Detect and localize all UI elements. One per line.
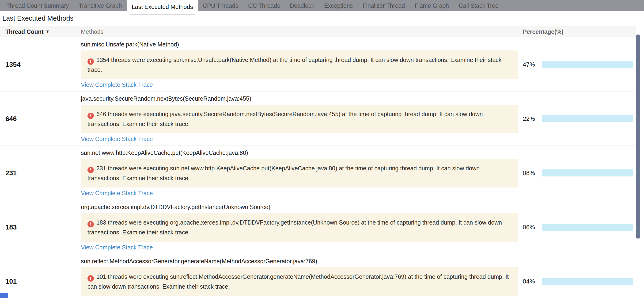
tab-label: Finalizer Thread	[362, 2, 405, 9]
warning-message: 646 threads were executing java.security…	[88, 111, 483, 127]
percentage-bar-track	[542, 224, 633, 231]
table-row: 646 java.security.SecureRandom.nextBytes…	[0, 92, 636, 146]
percentage-bar-track	[542, 115, 633, 122]
tab-label: Call Stack Tree	[459, 2, 498, 9]
percentage-bar-track	[542, 278, 633, 285]
tab-finalizer-thread[interactable]: Finalizer Thread	[358, 0, 410, 11]
method-name: sun.reflect.MethodAccessorGenerator.gene…	[81, 256, 518, 266]
tab-label: Transitive Graph	[79, 2, 122, 9]
warning-message: 183 threads were executing org.apache.xe…	[88, 219, 502, 236]
warning-icon: !	[88, 59, 94, 65]
warning-icon: !	[88, 275, 94, 281]
thread-count-value: 183	[0, 223, 81, 231]
view-complete-stack-trace-link[interactable]: View Complete Stack Trace	[81, 297, 153, 298]
warning-banner: !101 threads were executing sun.reflect.…	[81, 267, 518, 296]
tab-transitive-graph[interactable]: Transitive Graph	[74, 0, 127, 11]
table-row: 231 sun.net.www.http.KeepAliveCache.put(…	[0, 146, 636, 200]
percentage-cell: 08%	[518, 169, 636, 177]
percentage-bar-track	[542, 169, 633, 176]
percentage-value: 06%	[523, 224, 542, 231]
tab-label: CPU Threads	[203, 2, 238, 9]
last-executed-methods-table: Thread Count ▼ Methods Percentage(%) 135…	[0, 26, 636, 298]
thread-count-column-header[interactable]: Thread Count ▼	[0, 28, 81, 35]
view-complete-stack-trace-link[interactable]: View Complete Stack Trace	[81, 243, 153, 252]
thread-count-header-label: Thread Count	[6, 28, 44, 35]
method-cell: sun.reflect.MethodAccessorGenerator.gene…	[81, 256, 518, 298]
tab-cpu-threads[interactable]: CPU Threads	[198, 0, 243, 11]
warning-message: 231 threads were executing sun.net.www.h…	[88, 165, 480, 181]
warning-message: 1354 threads were executing sun.misc.Uns…	[88, 57, 502, 73]
method-cell: sun.misc.Unsafe.park(Native Method) !135…	[81, 40, 518, 89]
warning-banner: !183 threads were executing org.apache.x…	[81, 213, 518, 242]
tab-label: Flame Graph	[415, 2, 449, 9]
percentage-value: 04%	[523, 278, 542, 285]
tab-deadlock[interactable]: Deadlock	[285, 0, 319, 11]
tab-label: GC Threads	[248, 2, 280, 9]
warning-banner: !1354 threads were executing sun.misc.Un…	[81, 51, 518, 79]
method-cell: sun.net.www.http.KeepAliveCache.put(Keep…	[81, 148, 518, 198]
table-header-row: Thread Count ▼ Methods Percentage(%)	[0, 26, 636, 37]
method-name: org.apache.xerces.impl.dv.DTDDVFactory.g…	[81, 202, 518, 212]
page-title: Last Executed Methods	[0, 11, 644, 26]
tab-label: Deadlock	[290, 2, 314, 9]
percentage-cell: 47%	[518, 61, 636, 68]
percentage-value: 47%	[523, 61, 542, 68]
tab-exceptions[interactable]: Exceptions	[319, 0, 358, 11]
method-name: java.security.SecureRandom.nextBytes(Sec…	[81, 94, 518, 103]
view-complete-stack-trace-link[interactable]: View Complete Stack Trace	[81, 134, 153, 144]
tab-label: Exceptions	[324, 2, 353, 9]
percentage-cell: 22%	[518, 115, 636, 123]
warning-icon: !	[88, 113, 94, 119]
methods-column-header: Methods	[81, 28, 518, 35]
table-body: 1354 sun.misc.Unsafe.park(Native Method)…	[0, 37, 636, 298]
warning-icon: !	[88, 167, 94, 173]
percentage-value: 08%	[523, 169, 542, 177]
view-complete-stack-trace-link[interactable]: View Complete Stack Trace	[81, 188, 153, 198]
tab-call-stack-tree[interactable]: Call Stack Tree	[454, 0, 504, 11]
percentage-cell: 06%	[518, 224, 636, 231]
tab-bar: Thread Count Summary Transitive Graph La…	[0, 0, 644, 11]
warning-banner: !646 threads were executing java.securit…	[81, 105, 518, 133]
method-cell: org.apache.xerces.impl.dv.DTDDVFactory.g…	[81, 202, 518, 252]
table-row: 101 sun.reflect.MethodAccessorGenerator.…	[0, 254, 636, 298]
thread-count-value: 101	[0, 277, 81, 285]
chat-widget-button[interactable]	[0, 293, 8, 298]
tab-flame-graph[interactable]: Flame Graph	[410, 0, 454, 11]
main-content: Last Executed Methods Thread Count ▼ Met…	[0, 11, 644, 298]
method-name: sun.net.www.http.KeepAliveCache.put(Keep…	[81, 148, 518, 157]
vertical-scrollbar-thumb[interactable]	[636, 35, 640, 239]
tab-gc-threads[interactable]: GC Threads	[243, 0, 285, 11]
sort-descending-icon[interactable]: ▼	[46, 29, 50, 34]
percentage-bar-track	[542, 61, 633, 68]
thread-count-value: 231	[0, 169, 81, 177]
method-cell: java.security.SecureRandom.nextBytes(Sec…	[81, 94, 518, 144]
thread-count-value: 646	[0, 115, 81, 123]
percentage-column-header: Percentage(%)	[518, 28, 636, 35]
tab-thread-count-summary[interactable]: Thread Count Summary	[2, 0, 74, 11]
thread-count-value: 1354	[0, 61, 81, 69]
warning-message: 101 threads were executing sun.reflect.M…	[88, 273, 509, 290]
view-complete-stack-trace-link[interactable]: View Complete Stack Trace	[81, 80, 153, 89]
warning-icon: !	[88, 221, 94, 227]
tab-label: Thread Count Summary	[6, 2, 69, 9]
table-row: 183 org.apache.xerces.impl.dv.DTDDVFacto…	[0, 200, 636, 254]
percentage-value: 22%	[523, 115, 542, 123]
tab-label: Last Executed Methods	[132, 4, 193, 10]
method-name: sun.misc.Unsafe.park(Native Method)	[81, 40, 518, 49]
percentage-cell: 04%	[518, 278, 636, 285]
warning-banner: !231 threads were executing sun.net.www.…	[81, 159, 518, 187]
tab-last-executed-methods[interactable]: Last Executed Methods	[127, 0, 198, 14]
table-row: 1354 sun.misc.Unsafe.park(Native Method)…	[0, 37, 636, 92]
